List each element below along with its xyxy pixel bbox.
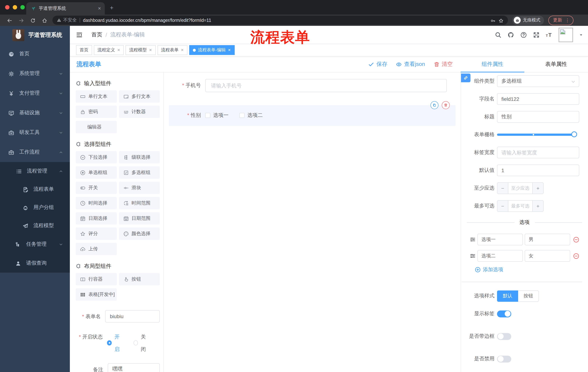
tab-component-props[interactable]: 组件属性: [461, 61, 524, 68]
increase-button[interactable]: +: [532, 183, 543, 194]
password-key-icon[interactable]: [491, 17, 496, 23]
style-default-button[interactable]: 默认: [497, 290, 518, 302]
tab-close-icon[interactable]: ✕: [98, 6, 101, 11]
decrease-button[interactable]: −: [497, 183, 508, 194]
reload-icon[interactable]: [27, 17, 39, 23]
chip-date-picker[interactable]: 日期选择: [76, 212, 117, 224]
update-button[interactable]: 更新 ⋮: [548, 15, 573, 25]
font-size-icon[interactable]: TT: [546, 31, 552, 39]
selected-widget-gender[interactable]: 性别 选项一 选项二: [169, 105, 456, 126]
minimize-window-button[interactable]: [13, 5, 17, 10]
gender-option-1[interactable]: 选项一: [205, 112, 229, 119]
slider-track[interactable]: [497, 134, 574, 136]
option-name-input[interactable]: [477, 234, 523, 245]
form-name-input[interactable]: [105, 310, 160, 322]
show-label-toggle[interactable]: [497, 310, 511, 317]
sidebar-item-process-model[interactable]: 流程模型: [0, 217, 70, 235]
chip-single-text[interactable]: 单行文本: [76, 90, 117, 103]
default-value-input[interactable]: [497, 165, 579, 176]
chip-textarea[interactable]: 多行文本: [119, 90, 160, 103]
search-icon[interactable]: [495, 31, 501, 39]
sidebar-item-payment[interactable]: 支付管理: [0, 83, 70, 103]
breadcrumb-home[interactable]: 首页: [91, 31, 102, 38]
zoom-window-button[interactable]: [20, 5, 25, 10]
add-option-button[interactable]: 添加选项: [475, 266, 582, 273]
github-icon[interactable]: [508, 31, 514, 39]
sidebar-item-user-group[interactable]: 用户分组: [0, 198, 70, 217]
remove-option-button[interactable]: [573, 236, 579, 243]
chip-upload[interactable]: 上传: [76, 243, 117, 255]
url-text[interactable]: dashboard.yudao.iocoder.cn/bpm/manager/f…: [83, 18, 488, 23]
status-off-radio[interactable]: 关闭: [133, 330, 149, 355]
sidebar-item-infra[interactable]: 基础设施: [0, 103, 70, 123]
help-icon[interactable]: [520, 31, 527, 39]
tag-process-definition[interactable]: 流程定义✕: [94, 45, 124, 55]
slider-handle[interactable]: [571, 131, 577, 137]
component-type-select[interactable]: 多选框组: [497, 75, 579, 87]
chip-checkbox-group[interactable]: 多选框组: [119, 166, 160, 179]
form-grid-slider[interactable]: [497, 129, 574, 140]
sidebar-item-devtools[interactable]: 研发工具: [0, 123, 70, 142]
field-name-input[interactable]: [497, 93, 579, 105]
tag-process-model[interactable]: 流程模型✕: [126, 45, 156, 55]
drag-handle-icon[interactable]: [470, 237, 476, 242]
border-toggle[interactable]: [497, 333, 511, 340]
style-button-button[interactable]: 按钮: [518, 290, 539, 302]
option-value-input[interactable]: [525, 234, 570, 245]
duplicate-widget-button[interactable]: [430, 101, 439, 109]
sidebar-item-leave-query[interactable]: 请假查询: [0, 254, 70, 273]
chip-button[interactable]: 按钮: [119, 273, 160, 285]
chip-time-range[interactable]: 时间范围: [119, 197, 160, 209]
sidebar-item-process-form[interactable]: 流程表单: [0, 180, 70, 198]
decrease-button[interactable]: −: [497, 201, 508, 212]
view-json-button[interactable]: 查看json: [396, 61, 425, 68]
avatar[interactable]: [558, 28, 573, 42]
sidebar-item-workflow[interactable]: 工作流程: [0, 142, 70, 162]
window-controls[interactable]: [5, 5, 25, 10]
disabled-toggle[interactable]: [497, 355, 511, 362]
security-status[interactable]: 不安全: [57, 17, 77, 23]
chip-slider[interactable]: 滑块: [119, 182, 160, 194]
chip-date-range[interactable]: 日期范围: [119, 212, 160, 224]
fullscreen-icon[interactable]: [533, 31, 540, 39]
chip-select[interactable]: 下拉选择: [76, 151, 117, 163]
chip-color-picker[interactable]: 颜色选择: [119, 227, 160, 240]
chip-radio-group[interactable]: 单选框组: [76, 166, 117, 179]
chip-rate[interactable]: 评分: [76, 227, 117, 240]
new-tab-button[interactable]: +: [110, 4, 114, 12]
back-icon[interactable]: [4, 17, 15, 23]
bookmark-star-icon[interactable]: [498, 17, 504, 23]
sidebar-logo[interactable]: 芋道管理系统: [0, 26, 70, 44]
tag-close-icon[interactable]: ✕: [181, 48, 184, 52]
option-name-input[interactable]: [477, 250, 523, 262]
tag-close-icon[interactable]: ✕: [117, 48, 120, 52]
checkbox[interactable]: [205, 113, 210, 118]
chip-switch[interactable]: 开关: [76, 182, 117, 194]
sidebar-item-task-mgmt[interactable]: 任务管理: [0, 235, 70, 254]
tag-close-icon[interactable]: ✕: [228, 48, 231, 52]
browser-menu-icon[interactable]: ⋮: [565, 18, 570, 23]
clear-button[interactable]: 清空: [434, 61, 453, 68]
collapse-menu-icon[interactable]: [76, 31, 83, 39]
chip-cascader[interactable]: 级联选择: [119, 151, 160, 163]
link-icon[interactable]: [461, 74, 471, 82]
tab-form-props[interactable]: 表单属性: [524, 61, 588, 68]
title-input[interactable]: [497, 111, 579, 123]
address-bar[interactable]: 不安全 dashboard.yudao.iocoder.cn/bpm/manag…: [52, 16, 508, 25]
increase-button[interactable]: +: [532, 201, 543, 212]
chip-table-dev[interactable]: 表格[开发中]: [76, 288, 117, 301]
chip-editor[interactable]: 编辑器: [76, 121, 117, 133]
min-select-input[interactable]: [508, 183, 532, 194]
chip-counter[interactable]: 123计数器: [119, 106, 160, 118]
tag-process-form-edit[interactable]: 流程表单-编辑✕: [189, 45, 234, 55]
chip-password[interactable]: 密码: [76, 106, 117, 118]
save-button[interactable]: 保存: [368, 61, 387, 68]
status-on-radio[interactable]: 开启: [107, 330, 123, 355]
checkbox[interactable]: [239, 113, 244, 118]
sidebar-item-process-mgmt[interactable]: 流程管理: [0, 162, 70, 180]
phone-input[interactable]: [205, 79, 447, 92]
chip-time-picker[interactable]: 时间选择: [76, 197, 117, 209]
close-window-button[interactable]: [5, 5, 10, 10]
drag-handle-icon[interactable]: [470, 253, 476, 259]
browser-tab[interactable]: 芋道管理系统 ✕: [26, 2, 105, 15]
